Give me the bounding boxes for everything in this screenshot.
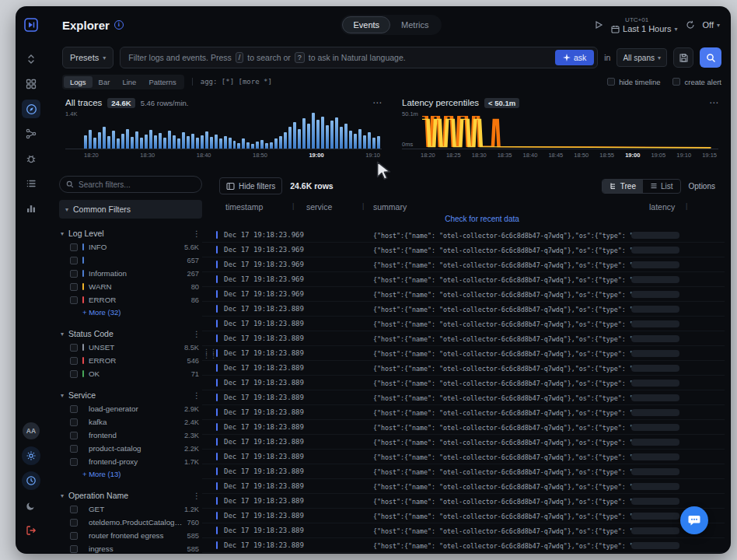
latency-chart[interactable] bbox=[422, 112, 717, 149]
tree-view-button[interactable]: Tree bbox=[603, 180, 643, 193]
run-search-button[interactable] bbox=[700, 47, 721, 68]
kebab-menu-icon[interactable]: ⋮ bbox=[193, 229, 201, 238]
tab-metrics[interactable]: Metrics bbox=[390, 16, 439, 33]
log-row[interactable]: Dec 17 19:18:23.889{"host":{"name": "ote… bbox=[202, 302, 725, 317]
log-row[interactable]: Dec 17 19:18:23.889{"host":{"name": "ote… bbox=[202, 361, 725, 376]
checkbox[interactable] bbox=[70, 445, 78, 453]
checkbox[interactable] bbox=[70, 418, 78, 426]
live-toggle-dropdown[interactable]: Off ▾ bbox=[703, 20, 721, 30]
app-logo-icon[interactable] bbox=[22, 16, 40, 34]
col-service[interactable]: service bbox=[306, 202, 332, 212]
checkbox[interactable] bbox=[70, 545, 78, 553]
view-tab-bar[interactable]: Bar bbox=[93, 76, 117, 88]
checkbox[interactable] bbox=[70, 243, 78, 251]
log-row[interactable]: Dec 17 19:18:23.889{"host":{"name": "ote… bbox=[202, 509, 725, 523]
checkbox[interactable] bbox=[70, 357, 78, 365]
filter-item[interactable]: ERROR546 bbox=[59, 354, 202, 367]
checkbox[interactable] bbox=[70, 405, 78, 413]
filter-item[interactable]: UNSET8.5K bbox=[59, 341, 202, 354]
view-tab-line[interactable]: Line bbox=[116, 76, 142, 88]
log-row[interactable]: Dec 17 19:18:23.889{"host":{"name": "ote… bbox=[202, 538, 725, 553]
checkbox[interactable] bbox=[70, 370, 78, 378]
log-row[interactable]: Dec 17 19:18:23.969{"host":{"name": "ote… bbox=[202, 287, 725, 302]
list-view-button[interactable]: List bbox=[643, 180, 680, 193]
dashboards-chart-icon[interactable] bbox=[22, 199, 40, 218]
filter-item[interactable]: WARN80 bbox=[59, 280, 202, 293]
col-latency[interactable]: latency bbox=[649, 202, 675, 212]
log-row[interactable]: Dec 17 19:18:23.969{"host":{"name": "ote… bbox=[202, 272, 725, 287]
log-row[interactable]: Dec 17 19:18:23.889{"host":{"name": "ote… bbox=[202, 331, 725, 346]
panel-menu-icon[interactable]: ⋯ bbox=[709, 97, 718, 108]
checkbox[interactable] bbox=[70, 519, 78, 527]
filter-item[interactable]: kafka2.4K bbox=[59, 415, 202, 429]
log-row[interactable]: Dec 17 19:18:23.889{"host":{"name": "ote… bbox=[202, 479, 725, 494]
apps-grid-icon[interactable] bbox=[22, 75, 40, 93]
show-more-link[interactable]: + More (32) bbox=[59, 306, 202, 319]
kebab-menu-icon[interactable]: ⋮ bbox=[193, 391, 201, 400]
ask-ai-button[interactable]: ask bbox=[555, 50, 594, 65]
log-row[interactable]: Dec 17 19:18:23.969{"host":{"name": "ote… bbox=[202, 257, 725, 272]
log-row[interactable]: Dec 17 19:18:23.889{"host":{"name": "ote… bbox=[202, 435, 725, 450]
check-recent-data-link[interactable]: Check for recent data bbox=[373, 215, 591, 223]
checkbox[interactable] bbox=[70, 257, 78, 264]
traces-bars[interactable] bbox=[84, 113, 380, 149]
filter-item[interactable]: Information267 bbox=[59, 267, 202, 280]
filter-search-input[interactable]: Filter logs and events. Press / to searc… bbox=[120, 47, 598, 68]
filter-section-header[interactable]: ▾Service⋮ bbox=[59, 388, 202, 402]
filter-item[interactable]: ingress585 bbox=[59, 542, 202, 554]
logs-list-icon[interactable] bbox=[22, 174, 40, 193]
filter-item[interactable]: GET1.2K bbox=[59, 502, 202, 516]
log-row[interactable]: Dec 17 19:18:23.889{"host":{"name": "ote… bbox=[202, 390, 725, 405]
filters-search-input[interactable]: Search filters... bbox=[59, 176, 202, 193]
log-row[interactable]: Dec 17 19:18:23.889{"host":{"name": "ote… bbox=[202, 420, 725, 435]
panel-menu-icon[interactable]: ⋯ bbox=[372, 97, 382, 108]
filter-section-header[interactable]: ▾Log Level⋮ bbox=[59, 226, 202, 240]
presets-button[interactable]: Presets▾ bbox=[62, 47, 114, 68]
scope-dropdown[interactable]: All spans▾ bbox=[616, 48, 667, 67]
filter-section-header[interactable]: ▾Status Code⋮ bbox=[59, 327, 202, 341]
view-tab-patterns[interactable]: Patterns bbox=[142, 76, 182, 88]
log-row[interactable]: Dec 17 19:18:23.889{"host":{"name": "ote… bbox=[202, 450, 725, 464]
log-row[interactable]: Dec 17 19:18:23.889{"host":{"name": "ote… bbox=[202, 346, 725, 361]
info-icon[interactable]: i bbox=[114, 20, 124, 30]
explorer-compass-icon[interactable] bbox=[22, 100, 40, 118]
options-button[interactable]: Options bbox=[689, 182, 715, 191]
checkbox[interactable] bbox=[70, 532, 78, 540]
filter-item[interactable]: ERROR86 bbox=[59, 293, 202, 306]
filter-item[interactable]: frontend-proxy1.7K bbox=[59, 455, 202, 468]
checkbox[interactable] bbox=[70, 506, 78, 513]
bug-icon[interactable] bbox=[22, 149, 40, 168]
theme-moon-icon[interactable] bbox=[22, 496, 40, 515]
quick-nav-icon[interactable] bbox=[22, 50, 40, 68]
checkbox[interactable] bbox=[70, 296, 78, 304]
filter-item[interactable]: frontend2.3K bbox=[59, 429, 202, 442]
log-row[interactable]: Dec 17 19:18:23.889{"host":{"name": "ote… bbox=[202, 523, 725, 538]
hide-filters-button[interactable]: Hide filters bbox=[219, 177, 282, 194]
filter-section-header[interactable]: ▾Operation Name⋮ bbox=[59, 488, 202, 502]
settings-gear-icon[interactable] bbox=[22, 446, 40, 465]
checkbox[interactable] bbox=[70, 270, 78, 278]
col-timestamp[interactable]: timestamp bbox=[225, 202, 263, 212]
filter-item[interactable]: product-catalog2.2K bbox=[59, 442, 202, 455]
refresh-icon[interactable] bbox=[686, 20, 695, 30]
play-icon[interactable] bbox=[594, 20, 603, 30]
avatar[interactable]: AA bbox=[23, 422, 40, 439]
column-resizer[interactable]: | bbox=[292, 202, 294, 210]
aggregation-expression[interactable]: agg: [*] [more *] bbox=[192, 78, 272, 86]
service-graph-icon[interactable] bbox=[22, 124, 40, 143]
kebab-menu-icon[interactable]: ⋮ bbox=[193, 330, 201, 338]
filter-item[interactable]: router frontend egress585 bbox=[59, 529, 202, 542]
log-row[interactable]: Dec 17 19:18:23.889{"host":{"name": "ote… bbox=[202, 317, 725, 331]
column-resizer[interactable]: | bbox=[362, 202, 364, 210]
checkbox[interactable] bbox=[70, 432, 78, 439]
log-row[interactable]: Dec 17 19:18:23.889{"host":{"name": "ote… bbox=[202, 405, 725, 420]
save-view-button[interactable] bbox=[673, 47, 693, 68]
log-row[interactable]: Dec 17 19:18:23.969{"host":{"name": "ote… bbox=[202, 228, 725, 243]
history-clock-icon[interactable] bbox=[22, 471, 40, 490]
show-more-link[interactable]: + More (13) bbox=[59, 468, 202, 481]
hide-timeline-toggle[interactable]: hide timeline bbox=[607, 78, 660, 86]
col-summary[interactable]: summary bbox=[373, 202, 407, 212]
log-row[interactable]: Dec 17 19:18:23.889{"host":{"name": "ote… bbox=[202, 464, 725, 479]
log-row[interactable]: Dec 17 19:18:23.889{"host":{"name": "ote… bbox=[202, 376, 725, 390]
filter-item[interactable]: INFO5.6K bbox=[59, 240, 202, 254]
